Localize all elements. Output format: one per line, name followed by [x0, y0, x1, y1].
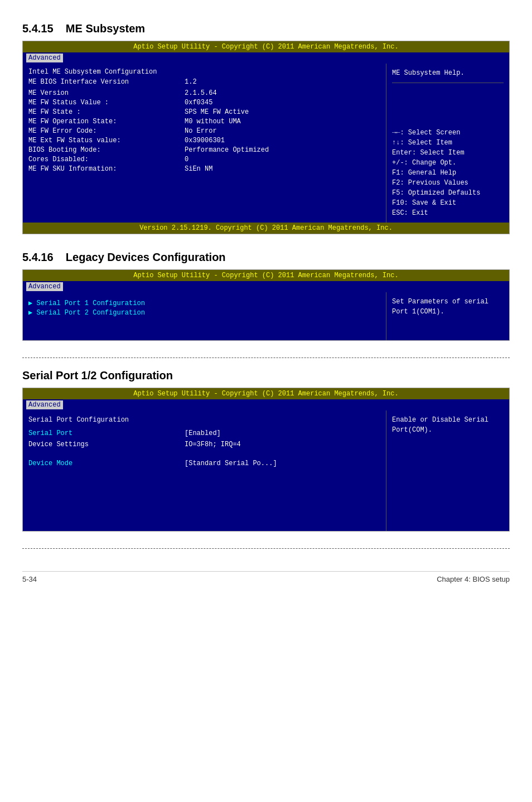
bios-header-5416: Aptio Setup Utility - Copyright (C) 2011…	[23, 270, 509, 281]
bios-footer-5415: Version 2.15.1219. Copyright (C) 2011 Am…	[23, 223, 509, 234]
help-text-serial: Enable or Disable SerialPort(COM).	[392, 415, 504, 435]
field-label-3: ME FW Operation State:	[28, 118, 185, 125]
page-footer: 5-34 Chapter 4: BIOS setup	[22, 571, 510, 583]
device-mode-field: Device Mode [Standard Serial Po...]	[28, 460, 380, 467]
bios-blank-5415	[28, 175, 380, 208]
field-label-2: ME FW State :	[28, 108, 185, 116]
tab-advanced-5415[interactable]: Advanced	[26, 54, 63, 62]
bios-left-5416: Serial Port 1 Configuration Serial Port …	[23, 292, 386, 340]
serial-port-field: Serial Port [Enabled]	[28, 429, 380, 437]
field-label-6: BIOS Booting Mode:	[28, 146, 185, 154]
field-label-5: ME Ext FW Status value:	[28, 137, 185, 144]
serial-config-header: Serial Port Configuration	[28, 416, 380, 424]
spacer-serial	[28, 450, 380, 457]
field-row-7: Cores Disabled: 0	[28, 156, 380, 163]
key-hint-7: F10: Save & Exit	[392, 198, 504, 208]
field-row-8: ME FW SKU Information: SiEn NM	[28, 165, 380, 173]
serial-port1-item[interactable]: Serial Port 1 Configuration	[28, 299, 380, 307]
serial-port-label: Serial Port	[28, 429, 185, 437]
field-val-2: SPS ME FW Active	[185, 108, 249, 116]
field-row-1: ME FW Status Value : 0xf0345	[28, 99, 380, 107]
dashed-separator-1	[22, 357, 510, 358]
help-text-5415: ME Subsystem Help.	[392, 68, 504, 78]
tab-advanced-5416[interactable]: Advanced	[26, 282, 63, 291]
section-serial-title: Serial Port 1/2 Configuration	[22, 369, 510, 382]
bios-right-5416: Set Parameters of serialPort 1(COM1).	[386, 292, 509, 340]
key-hints-5415: →←: Select Screen ↑↓: Select Item Enter:…	[392, 128, 504, 218]
help-divider-5415	[392, 83, 504, 83]
field-row-5: ME Ext FW Status value: 0x39006301	[28, 137, 380, 144]
device-settings-label: Device Settings	[28, 441, 185, 448]
bios-header-serial: Aptio Setup Utility - Copyright (C) 2011…	[23, 388, 509, 399]
device-mode-label: Device Mode	[28, 460, 185, 467]
bios-screen-serial: Aptio Setup Utility - Copyright (C) 2011…	[22, 388, 510, 532]
bios-bios-version-row: ME BIOS Interface Version 1.2	[28, 78, 380, 86]
section-5416: 5.4.16 Legacy Devices Configuration Apti…	[22, 251, 510, 341]
bios-tab-row-serial: Advanced	[23, 399, 509, 410]
field-label-0: ME Version	[28, 89, 185, 97]
field-val-8: SiEn NM	[185, 165, 212, 173]
section-5416-title: 5.4.16 Legacy Devices Configuration	[22, 251, 510, 264]
device-settings-field: Device Settings IO=3F8h; IRQ=4	[28, 441, 380, 448]
bios-right-serial: Enable or Disable SerialPort(COM).	[386, 410, 509, 531]
field-row-6: BIOS Booting Mode: Performance Optimized	[28, 146, 380, 154]
device-settings-val: IO=3F8h; IRQ=4	[185, 441, 241, 448]
bios-blank-serial	[28, 470, 380, 525]
bios-fields-5415: ME Version 2.1.5.64 ME FW Status Value :…	[28, 89, 380, 173]
field-row-3: ME FW Operation State: M0 without UMA	[28, 118, 380, 125]
key-hint-3: +/-: Change Opt.	[392, 158, 504, 168]
field-val-1: 0xf0345	[185, 99, 212, 107]
bios-screen-5415: Aptio Setup Utility - Copyright (C) 2011…	[22, 41, 510, 234]
footer-left: 5-34	[22, 575, 37, 583]
bios-left-5415: Intel ME Subsystem Configuration ME BIOS…	[23, 64, 386, 223]
bios-left-serial: Serial Port Configuration Serial Port [E…	[23, 410, 386, 531]
field-label-4: ME FW Error Code:	[28, 127, 185, 135]
bios-right-5415: ME Subsystem Help. →←: Select Screen ↑↓:…	[386, 64, 509, 223]
device-mode-val: [Standard Serial Po...]	[185, 460, 277, 467]
bios-body-5415: Intel ME Subsystem Configuration ME BIOS…	[23, 64, 509, 223]
field-val-3: M0 without UMA	[185, 118, 241, 125]
dashed-separator-2	[22, 548, 510, 549]
field-row-4: ME FW Error Code: No Error	[28, 127, 380, 135]
field-val-6: Performance Optimized	[185, 146, 269, 154]
tab-advanced-serial[interactable]: Advanced	[26, 400, 63, 409]
field-row-0: ME Version 2.1.5.64	[28, 89, 380, 97]
help-text-5416: Set Parameters of serialPort 1(COM1).	[392, 297, 504, 317]
key-hint-4: F1: General Help	[392, 168, 504, 178]
key-hint-0: →←: Select Screen	[392, 128, 504, 138]
bios-body-5416: Serial Port 1 Configuration Serial Port …	[23, 292, 509, 340]
me-bios-label: ME BIOS Interface Version	[28, 78, 185, 86]
serial-port-val: [Enabled]	[185, 429, 221, 437]
key-hint-6: F5: Optimized Defaults	[392, 188, 504, 198]
me-bios-val: 1.2	[185, 78, 197, 86]
section-5415: 5.4.15 ME Subsystem Aptio Setup Utility …	[22, 22, 510, 234]
bios-tab-row-5415: Advanced	[23, 52, 509, 64]
field-label-7: Cores Disabled:	[28, 156, 185, 163]
field-val-7: 0	[185, 156, 188, 163]
field-label-1: ME FW Status Value :	[28, 99, 185, 107]
bios-screen-5416: Aptio Setup Utility - Copyright (C) 2011…	[22, 269, 510, 341]
serial-port2-item[interactable]: Serial Port 2 Configuration	[28, 308, 380, 317]
bios-left-header-5415: Intel ME Subsystem Configuration	[28, 68, 380, 76]
bios-body-serial: Serial Port Configuration Serial Port [E…	[23, 410, 509, 531]
key-hint-1: ↑↓: Select Item	[392, 138, 504, 148]
section-5415-title: 5.4.15 ME Subsystem	[22, 22, 510, 35]
section-serial: Serial Port 1/2 Configuration Aptio Setu…	[22, 369, 510, 532]
bios-tab-row-5416: Advanced	[23, 281, 509, 292]
key-hint-8: ESC: Exit	[392, 208, 504, 218]
key-hint-2: Enter: Select Item	[392, 148, 504, 158]
field-val-5: 0x39006301	[185, 137, 225, 144]
field-val-0: 2.1.5.64	[185, 89, 217, 97]
key-hint-5: F2: Previous Values	[392, 178, 504, 188]
footer-right: Chapter 4: BIOS setup	[437, 575, 510, 583]
field-label-8: ME FW SKU Information:	[28, 165, 185, 173]
field-row-2: ME FW State : SPS ME FW Active	[28, 108, 380, 116]
bios-header-5415: Aptio Setup Utility - Copyright (C) 2011…	[23, 41, 509, 52]
bios-blank-5416	[28, 318, 380, 335]
field-val-4: No Error	[185, 127, 217, 135]
